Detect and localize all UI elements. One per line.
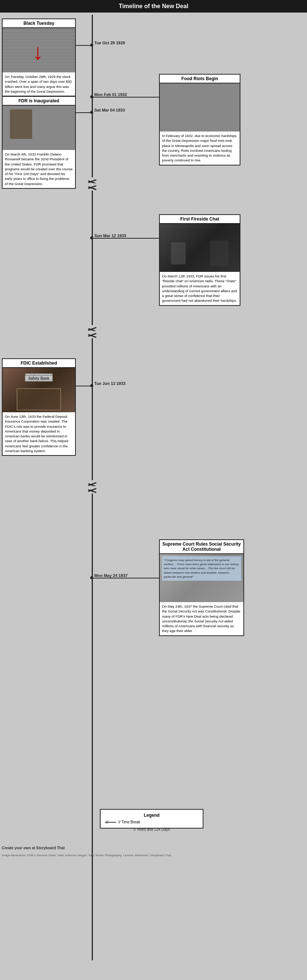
card-image-fireside: [160, 224, 240, 272]
dot-food-riots: [90, 95, 93, 98]
card-fdr: FDR is Inaugurated On March 4th, 1933 Fr…: [2, 96, 76, 189]
card-text-fdic: On June 13th, 1933 the Federal Deposit I…: [3, 412, 75, 455]
connector-food-riots: [93, 97, 160, 97]
connector-fireside: [93, 238, 160, 239]
date-fireside: Sun Mar 12 1933: [94, 234, 126, 238]
legend-title: Legend: [105, 813, 198, 818]
legend-item-time-break: // // Time Break: [105, 820, 198, 824]
card-food-riots: Food Riots Begin In February of 1932, du…: [159, 74, 240, 165]
dot-fireside: [90, 236, 93, 239]
card-text-black-tuesday: On Tuesday, October 29th, 1929 the stock…: [3, 72, 75, 95]
card-title-food-riots: Food Riots Begin: [160, 75, 240, 83]
card-image-fdic: Safety Bank: [3, 368, 75, 412]
page-wrapper: Timeline of the New Deal Tue Oct 29 1929…: [0, 0, 307, 980]
timeline-break-6: [88, 486, 96, 493]
card-title-fdr: FDR is Inaugurated: [3, 97, 75, 106]
timeline-break-4: [88, 331, 96, 338]
card-text-fireside: On March 12th 1933, FDR issues his first…: [160, 272, 240, 305]
card-title-fdic: FDIC Established: [3, 359, 75, 368]
dot-black-tuesday: [90, 44, 93, 46]
dot-fdr: [90, 111, 93, 114]
date-food-riots: Mon Feb 01 1932: [94, 92, 127, 97]
attribution-text: Image Attributions: FDR's 'Fireside Chat…: [2, 853, 305, 858]
card-title-supreme: Supreme Court Rules Social Security Act …: [160, 540, 243, 554]
card-text-supreme: On May 24th, 1937 the Supreme Court rule…: [160, 602, 243, 635]
timeline-break-2: [88, 183, 96, 191]
page-title: Timeline of the New Deal: [0, 0, 307, 13]
card-image-supreme: "Congress may spend money in aid of the …: [160, 554, 243, 602]
card-title-fireside: First Fireside Chat: [160, 215, 240, 224]
card-image-fdr: [3, 106, 75, 150]
legend-label-timebreak: // Time Break: [118, 820, 140, 824]
card-black-tuesday: Black Tuesday On Tuesday, October 29th, …: [2, 19, 76, 96]
dot-fdic: [90, 384, 93, 387]
card-image-black-tuesday: [3, 28, 75, 72]
legend-box: Legend // // Time Break: [100, 809, 203, 829]
card-fireside: First Fireside Chat On March 12th 1933, …: [159, 214, 240, 306]
date-fdic: Tue Jun 13 1933: [94, 381, 125, 386]
card-title-black-tuesday: Black Tuesday: [3, 19, 75, 28]
card-text-food-riots: In February of 1932, due to economic har…: [160, 132, 240, 165]
date-black-tuesday: Tue Oct 29 1929: [94, 41, 125, 45]
card-fdic: FDIC Established Safety Bank On June 13t…: [2, 358, 76, 456]
dot-supreme: [90, 576, 93, 579]
connector-supreme: [93, 578, 160, 579]
card-text-fdr: On March 4th, 1933 Franklin Delano Roose…: [3, 150, 75, 188]
date-supreme: Mon May 24 1937: [94, 573, 128, 578]
card-image-food-riots: [160, 83, 240, 132]
create-cta: Create your own at Storyboard That: [2, 846, 65, 850]
date-fdr: Sat Mar 04 1933: [94, 108, 125, 112]
card-supreme: Supreme Court Rules Social Security Act …: [159, 539, 244, 636]
